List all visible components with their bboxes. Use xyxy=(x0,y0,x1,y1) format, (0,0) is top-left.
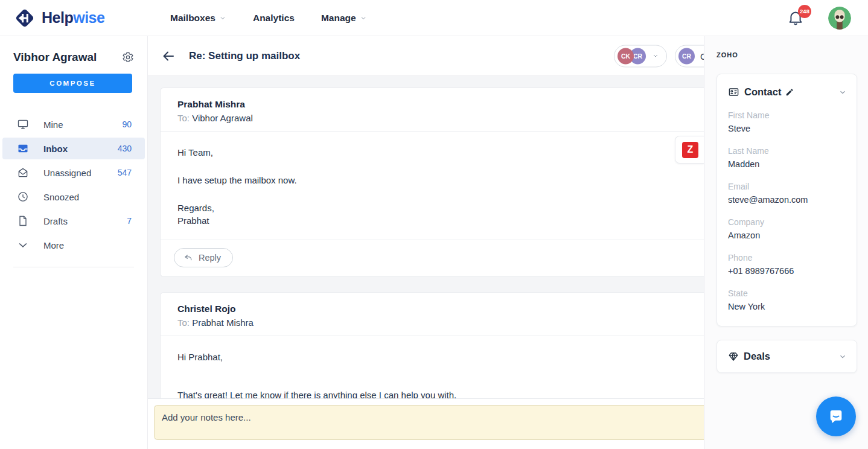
contact-card-icon xyxy=(728,86,739,98)
helpwise-logo-icon xyxy=(13,7,36,30)
message-header: Prabhat Mishra To: Vibhor Agrawal xyxy=(161,88,704,132)
topbar: Helpwise Mailboxes Analytics Manage 248 xyxy=(0,0,868,36)
contact-field-state: State New York xyxy=(728,288,847,311)
message-recipient-line: To: Vibhor Agrawal xyxy=(177,113,687,123)
assignee-selector[interactable]: CK CR xyxy=(614,45,667,67)
sidebar-nav: Mine 90 Inbox 430 Unassigned 547 Snoozed xyxy=(0,113,147,256)
back-arrow-icon[interactable] xyxy=(161,49,176,63)
contact-avatar-cr: CR xyxy=(678,48,695,64)
nav-manage-label: Manage xyxy=(321,13,356,24)
reply-button-label: Reply xyxy=(199,253,221,263)
file-icon xyxy=(17,215,29,227)
contact-field-first-name: First Name Steve xyxy=(728,110,847,133)
message-card: Christel Rojo To: Prabhat Mishra Hi Prab… xyxy=(160,292,704,398)
assignee-avatar-ck: CK xyxy=(617,48,634,64)
reply-arrow-icon xyxy=(183,253,193,263)
nav-manage[interactable]: Manage xyxy=(321,13,367,24)
notes-input[interactable] xyxy=(154,405,704,440)
chevron-down-icon xyxy=(360,14,367,22)
sidebar-item-mine[interactable]: Mine 90 xyxy=(2,113,145,135)
sidebar-item-more[interactable]: More xyxy=(2,234,145,256)
field-label: Company xyxy=(728,217,847,227)
field-label: Phone xyxy=(728,253,847,263)
avatar-image xyxy=(828,7,851,30)
message-line: Hi Team, xyxy=(177,146,687,159)
gear-icon[interactable] xyxy=(122,51,134,63)
field-value: Amazon xyxy=(728,231,847,240)
envelope-open-icon xyxy=(17,167,29,179)
chevron-down-icon xyxy=(652,53,659,60)
helpwise-logo[interactable]: Helpwise xyxy=(13,7,152,30)
sidebar-divider xyxy=(13,267,134,267)
top-navigation: Mailboxes Analytics Manage xyxy=(170,13,367,24)
contact-field-company: Company Amazon xyxy=(728,217,847,240)
contact-field-last-name: Last Name Madden xyxy=(728,146,847,169)
chevron-down-icon[interactable] xyxy=(838,88,847,97)
message-line: Hi Prabhat, xyxy=(177,351,687,364)
sidebar-header: Vibhor Agrawal xyxy=(0,51,147,64)
notification-count-badge: 248 xyxy=(798,5,811,18)
sidebar-item-label: Drafts xyxy=(43,216,68,226)
contact-card: Contact First Name Steve Last Name Madde… xyxy=(716,74,857,326)
notes-bar xyxy=(148,398,704,449)
to-label: To: xyxy=(177,317,190,328)
app-body: Vibhor Agrawal COMPOSE Mine 90 Inbox 430 xyxy=(0,36,868,449)
sidebar-item-label: Mine xyxy=(43,119,63,130)
compose-button[interactable]: COMPOSE xyxy=(13,74,132,93)
message-recipient-line: To: Prabhat Mishra xyxy=(177,317,687,328)
message-recipient: Prabhat Mishra xyxy=(192,317,254,328)
sidebar-item-count: 430 xyxy=(118,144,132,153)
conversation-chips: CK CR CR Christel xyxy=(614,45,704,67)
nav-mailboxes[interactable]: Mailboxes xyxy=(170,13,226,24)
contact-field-phone: Phone +01 8989767666 xyxy=(728,253,847,276)
notifications-button[interactable]: 248 xyxy=(787,8,805,28)
chat-launcher-button[interactable] xyxy=(816,396,856,436)
contact-chip[interactable]: CR Christel xyxy=(675,45,704,67)
message-sender: Prabhat Mishra xyxy=(177,99,687,110)
conversation-title: Re: Setting up mailbox xyxy=(189,50,300,62)
clock-icon xyxy=(17,191,29,203)
to-label: To: xyxy=(177,113,190,123)
sidebar-item-label: Inbox xyxy=(43,144,68,154)
sidebar-item-snoozed[interactable]: Snoozed xyxy=(2,186,145,208)
conversation-header: Re: Setting up mailbox CK CR CR Christel xyxy=(148,36,704,76)
chevron-down-icon[interactable] xyxy=(838,352,847,361)
contact-card-header: Contact xyxy=(728,86,847,98)
edit-pencil-icon[interactable] xyxy=(785,88,794,97)
message-body: Hi Prabhat, That's great! Let me know if… xyxy=(161,336,704,398)
sidebar-item-inbox[interactable]: Inbox 430 xyxy=(2,138,145,159)
field-value: New York xyxy=(728,302,847,311)
nav-analytics-label: Analytics xyxy=(253,13,295,24)
crm-panel: ZOHO Contact First Name Steve Last Name … xyxy=(704,36,868,449)
field-label: Email xyxy=(728,182,847,191)
field-value: +01 8989767666 xyxy=(728,266,847,276)
inbox-icon xyxy=(17,142,29,154)
message-recipient: Vibhor Agrawal xyxy=(192,113,253,123)
monitor-icon xyxy=(17,118,29,130)
zoho-widget-toggle[interactable]: Z xyxy=(675,136,704,164)
message-header: Christel Rojo To: Prabhat Mishra xyxy=(161,293,704,336)
message-line: Regards, xyxy=(177,202,687,215)
field-value: Steve xyxy=(728,124,847,133)
field-label: First Name xyxy=(728,110,847,120)
field-label: State xyxy=(728,288,847,298)
topbar-right: 248 xyxy=(787,7,851,30)
reply-button[interactable]: Reply xyxy=(174,248,233,267)
chat-bubble-icon xyxy=(826,407,846,426)
sidebar-item-drafts[interactable]: Drafts 7 xyxy=(2,210,145,232)
sidebar-item-unassigned[interactable]: Unassigned 547 xyxy=(2,162,145,183)
nav-analytics[interactable]: Analytics xyxy=(253,13,295,24)
user-avatar[interactable] xyxy=(828,7,851,30)
message-line: I have setup the mailbox now. xyxy=(177,174,687,187)
crm-provider-label: ZOHO xyxy=(716,51,857,59)
message-body: Hi Team, I have setup the mailbox now. R… xyxy=(161,132,704,240)
sidebar-item-count: 547 xyxy=(118,168,132,177)
message-card: Prabhat Mishra To: Vibhor Agrawal Hi Tea… xyxy=(160,88,704,277)
helpwise-logo-text: Helpwise xyxy=(42,9,104,27)
field-value: Madden xyxy=(728,159,847,169)
deals-card: Deals xyxy=(716,340,857,373)
sidebar-item-count: 7 xyxy=(127,216,132,226)
message-sender: Christel Rojo xyxy=(177,304,687,314)
mailbox-sidebar: Vibhor Agrawal COMPOSE Mine 90 Inbox 430 xyxy=(0,36,148,449)
message-thread[interactable]: Prabhat Mishra To: Vibhor Agrawal Hi Tea… xyxy=(148,76,704,398)
